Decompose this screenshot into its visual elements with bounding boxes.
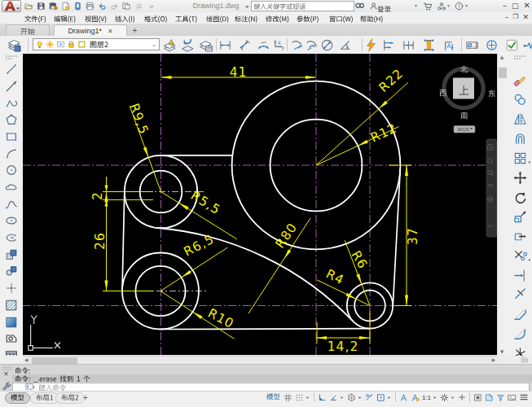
dim-angular-button[interactable] — [336, 37, 353, 52]
snap-toggle[interactable] — [294, 392, 311, 403]
menu-help[interactable] — [360, 13, 383, 24]
point-button[interactable] — [2, 280, 20, 296]
fillet-button[interactable] — [511, 326, 529, 342]
make-block-button[interactable] — [2, 263, 20, 279]
rotate-button[interactable] — [511, 189, 529, 205]
arc-button[interactable] — [2, 146, 20, 162]
compass-east-label[interactable] — [488, 86, 496, 101]
osnap-toggle[interactable] — [376, 392, 393, 403]
annotation-auto-toggle[interactable] — [410, 392, 420, 403]
transfer-button[interactable] — [134, 1, 144, 11]
dim-tolerance-button[interactable]: .1 — [464, 37, 480, 52]
annotation-monitor-icon[interactable] — [497, 356, 532, 364]
layout-tab-model[interactable] — [5, 392, 30, 404]
new-tab-button[interactable]: + — [130, 26, 139, 35]
help-icon[interactable]: ? — [454, 1, 464, 11]
toolbar-grip[interactable] — [514, 55, 525, 59]
copy-button[interactable] — [511, 91, 529, 107]
mirror-button[interactable] — [511, 111, 529, 127]
workspace-gear-button[interactable] — [439, 392, 456, 403]
close-button[interactable]: ✕ — [524, 2, 530, 10]
compass-south-label[interactable] — [460, 108, 468, 123]
dim-aligned-button[interactable] — [236, 37, 253, 52]
open-button[interactable] — [24, 1, 34, 11]
stretch-button[interactable] — [511, 228, 529, 244]
filter-button[interactable] — [495, 392, 506, 403]
break-button[interactable] — [511, 287, 529, 303]
array-dropdown-icon[interactable]: ▾ — [528, 160, 530, 164]
navigation-bar[interactable] — [486, 139, 497, 237]
tab-drawing1[interactable]: Drawing1* ✕ — [54, 24, 127, 37]
ellipse-button[interactable] — [2, 212, 20, 229]
otrack-toggle[interactable] — [364, 392, 375, 403]
search-icon[interactable] — [354, 1, 365, 11]
insert-block-button[interactable] — [2, 247, 20, 263]
drawing-canvas[interactable]: 412623714,2R9,5R5,5R6,5R10R22R12R6R4R80W… — [23, 54, 497, 355]
layer-vpfreeze-icon[interactable] — [56, 40, 65, 49]
menu-tools[interactable] — [175, 13, 197, 24]
dim-update-button[interactable] — [503, 37, 520, 52]
menu-format[interactable] — [144, 13, 167, 24]
doc-restore-button[interactable]: ❐ — [512, 13, 518, 21]
menu-dimension[interactable] — [235, 13, 257, 24]
annotation-visibility-toggle[interactable] — [398, 392, 409, 403]
line-button[interactable] — [2, 61, 20, 77]
doc-minimize-button[interactable]: – — [505, 13, 509, 21]
clean-screen-button[interactable] — [507, 392, 517, 403]
trim-dropdown-icon[interactable]: ▾ — [528, 257, 530, 262]
offset-button[interactable] — [511, 130, 529, 147]
dim-joglinear-button[interactable] — [521, 37, 532, 52]
menu-insert[interactable] — [115, 13, 135, 24]
dim-center-button[interactable] — [483, 37, 499, 52]
scroll-up-icon[interactable]: ▲ — [500, 55, 503, 59]
polar-toggle[interactable] — [328, 392, 345, 403]
gradient-button[interactable] — [2, 314, 20, 330]
erase-button[interactable] — [511, 72, 529, 88]
signin-dropdown-icon[interactable]: ▾ — [415, 2, 417, 8]
layer-combo-dropdown-icon[interactable]: ⌄ — [152, 42, 156, 48]
command-close-icon[interactable]: ✕ — [3, 370, 9, 378]
cart-icon[interactable] — [422, 1, 433, 11]
menu-window[interactable] — [329, 13, 354, 24]
add-toggle-button[interactable] — [457, 392, 467, 403]
make-current-button[interactable] — [161, 37, 178, 52]
menu-parametric[interactable] — [297, 13, 319, 24]
extend-button[interactable] — [511, 267, 529, 283]
grid-toggle[interactable] — [283, 392, 293, 403]
dim-baseline-button[interactable] — [380, 37, 397, 52]
tab-close-icon[interactable]: ✕ — [108, 28, 113, 35]
minimize-button[interactable]: – — [503, 2, 507, 10]
compass-up-label[interactable] — [459, 83, 469, 98]
maximize-button[interactable]: □ — [512, 2, 519, 10]
vertical-scroll-thumb[interactable] — [499, 68, 507, 78]
search-input[interactable] — [251, 1, 354, 11]
layout-tab-new-layout[interactable]: + — [81, 392, 90, 402]
dim-edit-button[interactable] — [420, 37, 437, 52]
plot-button[interactable] — [60, 1, 71, 11]
scroll-down-icon[interactable]: ▼ — [500, 349, 503, 354]
save-button[interactable] — [36, 1, 46, 11]
share-dropdown-icon[interactable]: ▾ — [447, 2, 450, 8]
share-icon[interactable] — [436, 1, 446, 11]
layer-previous-button[interactable] — [179, 37, 196, 52]
tab-start[interactable] — [6, 24, 50, 37]
compass-north-label[interactable] — [460, 62, 468, 77]
object-isolate-button[interactable] — [473, 392, 483, 403]
wcs-selector[interactable]: WCS — [454, 126, 475, 133]
dim-linear-button[interactable] — [217, 37, 233, 52]
autocad-logo[interactable] — [2, 0, 22, 12]
new-sheet-button[interactable] — [85, 1, 95, 11]
sheet-set-button[interactable] — [121, 1, 132, 11]
layer-lock-icon[interactable] — [67, 40, 76, 49]
dim-arclength-button[interactable] — [255, 37, 271, 52]
ellipse-arc-button[interactable] — [2, 230, 20, 246]
rectangle-button[interactable] — [2, 129, 20, 145]
dim-radius-button[interactable] — [288, 37, 305, 52]
trim-button[interactable]: ▾ — [511, 247, 529, 264]
construction-line-button[interactable] — [2, 78, 20, 94]
hatch-button[interactable] — [2, 297, 20, 313]
layer-color-swatch[interactable] — [77, 40, 86, 49]
dim-textedit-button[interactable]: A — [440, 37, 456, 52]
print-button[interactable] — [73, 1, 83, 11]
chamfer-button[interactable] — [511, 306, 529, 322]
